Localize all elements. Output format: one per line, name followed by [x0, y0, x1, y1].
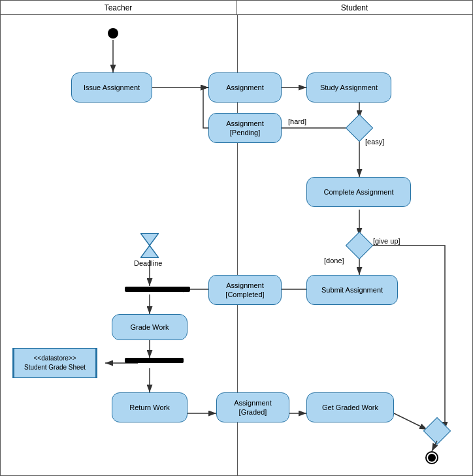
final-join-diamond [423, 417, 451, 445]
diagram-body: Issue Assignment Assignment Study Assign… [1, 15, 473, 476]
sync-bar-2 [125, 358, 184, 363]
final-node [425, 451, 438, 464]
lane-teacher-header: Teacher [1, 1, 236, 14]
grade-work-node: Grade Work [112, 314, 188, 340]
hard-label: [hard] [288, 118, 306, 125]
svg-marker-20 [140, 246, 159, 258]
easy-label: [easy] [365, 138, 384, 146]
diagram-container: Teacher Student [0, 0, 473, 476]
assignment-node: Assignment [208, 72, 282, 103]
svg-marker-19 [140, 233, 159, 246]
issue-assignment-node: Issue Assignment [71, 72, 152, 103]
give-up-label: [give up] [373, 237, 400, 245]
svg-line-18 [394, 413, 427, 430]
deadline-label: Deadline [134, 259, 162, 267]
assignment-graded-node: Assignment [Graded] [216, 392, 289, 422]
return-work-node: Return Work [112, 392, 188, 422]
initial-node [108, 28, 118, 39]
lane-student-header: Student [236, 1, 472, 14]
completion-diamond [346, 232, 373, 259]
student-grade-sheet-node: <<datastore>> Student Grade Sheet [12, 348, 97, 378]
final-node-inner [428, 454, 436, 462]
hourglass-icon [140, 233, 159, 258]
assignment-pending-node: Assignment [Pending] [208, 113, 282, 143]
done-label: [done] [324, 257, 344, 264]
sync-bar-1 [125, 287, 190, 292]
swim-lane-header: Teacher Student [1, 1, 472, 15]
complete-assignment-node: Complete Assignment [306, 177, 411, 207]
study-assignment-node: Study Assignment [306, 72, 391, 103]
get-graded-work-node: Get Graded Work [306, 392, 394, 422]
assignment-completed-node: Assignment [Completed] [208, 275, 282, 305]
submit-assignment-node: Submit Assignment [306, 275, 398, 305]
